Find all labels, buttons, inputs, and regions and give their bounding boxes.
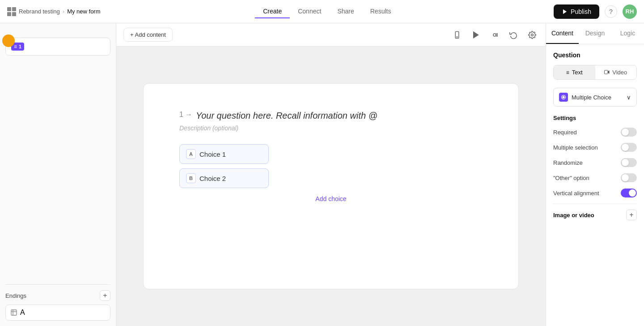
dropdown-chevron: ∨ (627, 94, 631, 101)
form-card: 1 → Your question here. Recall informati… (143, 83, 519, 289)
setting-randomize-label: Randomize (553, 159, 583, 166)
choice-letter-a: A (186, 149, 196, 159)
play-preview-icon[interactable] (470, 29, 482, 41)
tab-create[interactable]: Create (255, 5, 290, 18)
setting-other-option: "Other" option (553, 173, 637, 182)
add-choice-button[interactable]: Add choice (179, 195, 483, 202)
setting-vertical-alignment-label: Vertical alignment (553, 190, 599, 197)
question-section-title: Question (553, 51, 637, 59)
choice-text-1: Choice 1 (199, 150, 226, 158)
randomize-toggle-thumb (622, 159, 629, 166)
required-toggle-thumb (622, 129, 629, 136)
text-icon: ≡ (566, 69, 569, 76)
setting-multiple-selection: Multiple selection (553, 143, 637, 152)
choice-letter-b: B (186, 173, 196, 183)
sidebar: ≡ 1 Endings + A (0, 23, 116, 326)
type-text-button[interactable]: ≡ Text (554, 65, 595, 79)
tab-design[interactable]: Design (579, 23, 611, 44)
add-content-button[interactable]: + Add content (123, 28, 173, 42)
choices-list: A Choice 1 B Choice 2 (179, 144, 483, 188)
canvas-toolbar: + Add content (116, 23, 546, 47)
svg-rect-1 (11, 310, 17, 315)
endings-header: Endings + (5, 290, 110, 301)
image-video-label: Image or video (553, 212, 594, 219)
list-icon: ≡ (14, 43, 17, 50)
svg-point-11 (563, 96, 564, 98)
nav-tabs: Create Connect Share Results (255, 5, 399, 18)
choice-text-2: Choice 2 (199, 175, 226, 182)
svg-marker-0 (563, 9, 567, 14)
tab-content[interactable]: Content (546, 23, 579, 44)
at-sign-icon[interactable] (488, 29, 501, 41)
svg-marker-6 (474, 32, 479, 38)
vertical-alignment-toggle[interactable] (621, 189, 637, 197)
question-number: 1 (19, 44, 21, 49)
sidebar-question-item[interactable]: ≡ 1 (5, 38, 110, 56)
breadcrumb-separator: › (63, 8, 64, 15)
image-video-row: Image or video + (553, 204, 637, 226)
setting-other-option-label: "Other" option (553, 175, 589, 181)
tab-share[interactable]: Share (329, 5, 362, 18)
help-button[interactable]: ? (605, 5, 617, 18)
panel-tabs: Content Design Logic (546, 23, 644, 44)
svg-point-5 (457, 36, 458, 37)
toolbar-icons (451, 29, 538, 41)
svg-point-7 (493, 34, 496, 36)
question-header: 1 → Your question here. Recall informati… (179, 111, 483, 121)
nav-right: Publish ? RH (554, 4, 637, 19)
setting-required: Required (553, 128, 637, 137)
breadcrumb-current[interactable]: My new form (67, 8, 100, 15)
tab-logic[interactable]: Logic (611, 23, 644, 44)
svg-marker-10 (608, 70, 610, 74)
question-type-toggle: ≡ Text Video (553, 65, 637, 80)
canvas-area: + Add content (116, 23, 546, 326)
setting-vertical-alignment: Vertical alignment (553, 189, 637, 197)
multiple-selection-toggle-thumb (622, 144, 629, 151)
vertical-alignment-toggle-thumb (629, 189, 636, 197)
svg-rect-9 (605, 70, 608, 74)
multiple-selection-toggle[interactable] (621, 143, 637, 152)
tab-results[interactable]: Results (362, 5, 399, 18)
randomize-toggle[interactable] (621, 158, 637, 167)
right-panel: Content Design Logic Question ≡ Text Vid… (546, 23, 644, 326)
settings-title: Settings (553, 115, 637, 121)
tab-connect[interactable]: Connect (290, 5, 329, 18)
table-icon (10, 309, 17, 316)
endings-section: Endings + A (5, 284, 110, 321)
nav-left: Rebrand testing › My new form (7, 7, 101, 16)
orange-dot (2, 34, 15, 47)
app-logo (7, 7, 16, 16)
endings-add-button[interactable]: + (100, 290, 110, 301)
required-toggle[interactable] (621, 128, 637, 137)
video-icon (604, 69, 610, 76)
publish-button[interactable]: Publish (554, 4, 599, 19)
undo-icon[interactable] (507, 29, 520, 41)
setting-randomize: Randomize (553, 158, 637, 167)
avatar: RH (623, 4, 637, 19)
svg-point-8 (531, 34, 534, 36)
type-video-button[interactable]: Video (595, 65, 637, 79)
image-video-add-button[interactable]: + (626, 210, 637, 220)
question-description[interactable]: Description (optional) (179, 124, 483, 132)
ending-item[interactable]: A (5, 305, 110, 321)
dropdown-left: Multiple Choice (559, 93, 611, 102)
play-icon (562, 9, 568, 15)
canvas-content: 1 → Your question here. Recall informati… (116, 47, 546, 326)
panel-body: Question ≡ Text Video (546, 44, 644, 326)
other-option-toggle[interactable] (621, 173, 637, 182)
question-type-dropdown[interactable]: Multiple Choice ∨ (553, 88, 637, 107)
setting-multiple-selection-label: Multiple selection (553, 144, 598, 151)
other-option-toggle-thumb (622, 174, 629, 181)
breadcrumb-parent[interactable]: Rebrand testing (19, 8, 60, 15)
choice-item-2[interactable]: B Choice 2 (179, 168, 269, 188)
settings-icon[interactable] (526, 29, 538, 41)
setting-required-label: Required (553, 129, 577, 136)
ending-item-label: A (20, 309, 25, 317)
question-text[interactable]: Your question here. Recall information w… (196, 111, 377, 121)
mobile-preview-icon[interactable] (451, 29, 463, 41)
main-layout: ≡ 1 Endings + A + Add content (0, 23, 644, 326)
choice-item-1[interactable]: A Choice 1 (179, 144, 269, 164)
question-number: 1 → (179, 111, 192, 119)
top-nav: Rebrand testing › My new form Create Con… (0, 0, 644, 23)
endings-label: Endings (5, 292, 26, 299)
